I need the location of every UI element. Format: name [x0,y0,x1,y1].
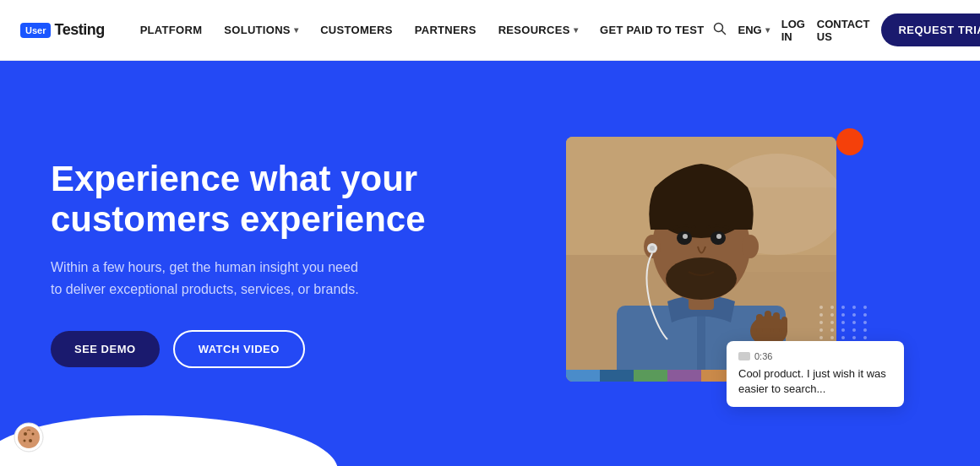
video-preview: 0:36 Cool product. I just wish it was ea… [566,137,853,390]
svg-point-28 [24,432,27,436]
hero-title: Experience what your customers experienc… [51,159,490,241]
svg-rect-24 [773,312,780,333]
hero-section: Experience what your customers experienc… [0,61,980,466]
svg-point-31 [24,440,26,442]
svg-line-1 [721,30,725,34]
chevron-down-icon: ▾ [294,25,298,35]
comment-time: 0:36 [738,351,892,361]
login-link[interactable]: LOG IN [781,18,805,43]
request-trial-button[interactable]: REQUEST TRIAL [881,14,980,46]
hero-buttons: SEE DEMO WATCH VIDEO [51,330,490,368]
svg-point-15 [716,234,721,239]
play-icon [738,352,750,360]
nav-links: PLATFORM SOLUTIONS ▾ CUSTOMERS PARTNERS … [132,19,713,41]
chevron-down-icon-lang: ▾ [765,25,770,35]
logo-box: User [20,23,51,38]
hero-subtitle: Within a few hours, get the human insigh… [51,257,372,300]
nav-partners[interactable]: PARTNERS [406,19,485,41]
search-icon[interactable] [713,22,727,39]
svg-point-30 [32,433,35,436]
svg-point-14 [683,234,688,239]
logo-text: Testing [54,21,104,39]
see-demo-button[interactable]: SEE DEMO [51,331,160,367]
nav-solutions[interactable]: SOLUTIONS ▾ [215,19,307,41]
svg-point-18 [742,235,759,258]
hero-left: Experience what your customers experienc… [51,159,490,369]
cookie-icon[interactable] [14,422,44,452]
hero-right: 0:36 Cool product. I just wish it was ea… [490,137,929,390]
nav-resources[interactable]: RESOURCES ▾ [490,19,586,41]
nav-right: ENG ▾ LOG IN CONTACT US REQUEST TRIAL [713,14,980,46]
navbar: User Testing PLATFORM SOLUTIONS ▾ CUSTOM… [0,0,980,61]
watch-video-button[interactable]: WATCH VIDEO [173,330,305,368]
chevron-down-icon-resources: ▾ [574,25,578,35]
comment-text: Cool product. I just wish it was easier … [738,366,892,397]
svg-point-16 [666,257,737,300]
nav-platform[interactable]: PLATFORM [132,19,211,41]
dots-pattern [819,306,870,339]
svg-rect-25 [781,317,787,333]
svg-rect-23 [765,311,771,333]
record-button[interactable] [836,128,863,155]
nav-customers[interactable]: CUSTOMERS [312,19,401,41]
logo[interactable]: User Testing [20,21,105,39]
nav-get-paid[interactable]: GET PAID TO TEST [591,19,713,41]
svg-rect-22 [756,314,763,333]
contact-us-link[interactable]: CONTACT US [817,18,870,43]
svg-point-29 [29,439,32,442]
svg-point-20 [650,246,655,251]
comment-card: 0:36 Cool product. I just wish it was ea… [727,341,904,407]
language-selector[interactable]: ENG ▾ [738,24,770,36]
